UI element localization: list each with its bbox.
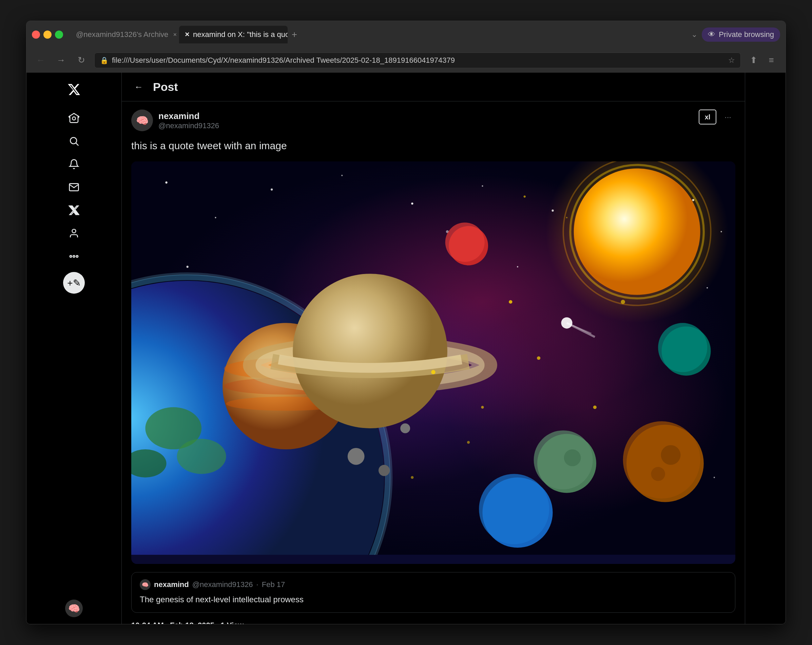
svg-point-20 <box>186 266 189 268</box>
minimize-button[interactable] <box>43 30 52 39</box>
tab-tweet[interactable]: ✕ nexamind on X: "this is a quote ✕ <box>179 26 288 43</box>
page-title: Post <box>153 80 178 94</box>
quote-avatar-image: 🧠 <box>142 582 148 588</box>
tweet-actions-row: xl ··· <box>699 110 735 125</box>
private-browsing-label: Private browsing <box>719 30 774 39</box>
svg-point-69 <box>379 465 390 476</box>
tweet-timestamp: 10:24 AM · Feb 18, 2025 · 1 View <box>131 621 735 624</box>
private-browsing-icon: 👁 <box>708 30 715 39</box>
svg-point-78 <box>467 441 470 444</box>
tab-archive-label: @nexamind91326's Archive <box>76 30 168 39</box>
content-area: +✎ 🧠 ← Post 🧠 <box>26 73 786 624</box>
traffic-lights <box>32 30 63 39</box>
main-content-area[interactable]: ← Post 🧠 nexamind @nexamind91326 <box>121 73 745 624</box>
x-logo-icon: ✕ <box>185 31 189 38</box>
compose-button[interactable]: +✎ <box>63 272 85 294</box>
svg-point-40 <box>177 439 226 474</box>
back-arrow-icon: ← <box>134 82 143 92</box>
xl-badge[interactable]: xl <box>699 110 716 125</box>
svg-point-58 <box>658 323 707 372</box>
svg-point-72 <box>431 370 435 374</box>
quote-tweet-card[interactable]: 🧠 nexamind @nexamind91326 · Feb 17 The g… <box>131 572 735 613</box>
sidebar-item-grok[interactable] <box>64 200 84 220</box>
compose-icon: +✎ <box>67 278 80 288</box>
tweet-image[interactable] <box>131 162 735 564</box>
more-dots-icon: ··· <box>725 112 731 122</box>
url-bar[interactable]: 🔒 file:///Users/user/Documents/Cyd/X/nex… <box>94 53 741 68</box>
more-options-button[interactable]: ··· <box>720 110 735 125</box>
forward-nav-button[interactable]: → <box>53 53 69 68</box>
sidebar-item-search[interactable] <box>64 131 84 151</box>
view-count: 1 <box>220 621 224 624</box>
tab-dropdown-button[interactable]: ⌄ <box>687 27 702 42</box>
sidebar-item-more[interactable] <box>64 246 84 267</box>
avatar-image: 🧠 <box>68 603 80 614</box>
timestamp-value: 10:24 AM · Feb 18, 2025 <box>131 621 214 624</box>
svg-point-73 <box>481 406 484 409</box>
svg-point-79 <box>509 300 512 303</box>
svg-point-62 <box>534 430 593 489</box>
tab-tweet-label: nexamind on X: "this is a quote <box>193 30 288 39</box>
svg-point-14 <box>411 203 413 204</box>
close-button[interactable] <box>32 30 40 39</box>
svg-point-74 <box>537 357 540 360</box>
svg-line-1 <box>76 143 78 145</box>
back-nav-button[interactable]: ← <box>33 53 48 68</box>
svg-point-52 <box>574 169 701 295</box>
sidebar-item-messages[interactable] <box>64 177 84 197</box>
svg-point-76 <box>593 406 597 409</box>
svg-point-70 <box>400 423 410 433</box>
new-tab-button[interactable]: + <box>288 28 301 41</box>
quote-date-value: Feb 17 <box>262 580 285 589</box>
toolbar-icons: ⬆ ≡ <box>746 53 779 68</box>
tab-archive[interactable]: @nexamind91326's Archive ✕ <box>70 26 179 43</box>
svg-point-66 <box>661 445 681 465</box>
url-text: file:///Users/user/Documents/Cyd/X/nexam… <box>112 56 725 65</box>
view-suffix: View <box>227 621 244 624</box>
quote-author-avatar: 🧠 <box>140 579 151 590</box>
maximize-button[interactable] <box>55 30 63 39</box>
svg-point-32 <box>524 195 526 197</box>
bookmark-star-icon[interactable]: ☆ <box>728 56 735 65</box>
svg-point-67 <box>651 467 665 481</box>
back-icon: ← <box>36 55 45 66</box>
svg-point-2 <box>72 229 76 233</box>
author-names: nexamind @nexamind91326 <box>159 111 219 130</box>
svg-point-75 <box>411 476 414 479</box>
back-to-feed-button[interactable]: ← <box>131 79 146 94</box>
x-home-logo[interactable] <box>64 79 84 100</box>
menu-button[interactable]: ≡ <box>764 53 779 68</box>
browser-window: @nexamind91326's Archive ✕ ✕ nexamind on… <box>26 21 786 624</box>
reload-button[interactable]: ↻ <box>74 53 89 68</box>
lock-icon: 🔒 <box>100 56 108 64</box>
quote-tweet-text: The genesis of next-level intellectual p… <box>140 593 727 606</box>
sidebar-item-home[interactable] <box>64 108 84 128</box>
title-bar: @nexamind91326's Archive ✕ ✕ nexamind on… <box>26 21 786 48</box>
sidebar-item-profile[interactable] <box>64 223 84 244</box>
svg-point-13 <box>341 175 343 176</box>
xl-badge-label: xl <box>705 113 711 121</box>
svg-point-11 <box>215 217 216 218</box>
sidebar-item-notifications[interactable] <box>64 154 84 174</box>
tweet-author-row: 🧠 nexamind @nexamind91326 xl ··· <box>131 110 735 131</box>
chevron-down-icon: ⌄ <box>691 30 698 39</box>
user-avatar[interactable]: 🧠 <box>65 599 83 617</box>
svg-point-77 <box>621 300 625 304</box>
x-sidebar: +✎ 🧠 <box>26 73 121 624</box>
tab-archive-close[interactable]: ✕ <box>172 31 179 38</box>
author-handle: @nexamind91326 <box>159 121 219 130</box>
svg-point-65 <box>623 421 701 499</box>
svg-point-56 <box>445 223 485 262</box>
quote-author-handle: @nexamind91326 <box>192 580 253 589</box>
svg-point-60 <box>479 474 549 544</box>
svg-point-3 <box>70 255 72 257</box>
hamburger-icon: ≡ <box>769 55 774 66</box>
svg-point-15 <box>482 185 483 186</box>
post-author-avatar[interactable]: 🧠 <box>131 110 153 131</box>
svg-point-63 <box>564 449 581 466</box>
share-toolbar-button[interactable]: ⬆ <box>746 53 761 68</box>
right-area <box>745 73 786 624</box>
post-content: 🧠 nexamind @nexamind91326 xl ··· <box>122 101 745 624</box>
address-bar: ← → ↻ 🔒 file:///Users/user/Documents/Cyd… <box>26 48 786 73</box>
svg-point-4 <box>73 255 75 257</box>
